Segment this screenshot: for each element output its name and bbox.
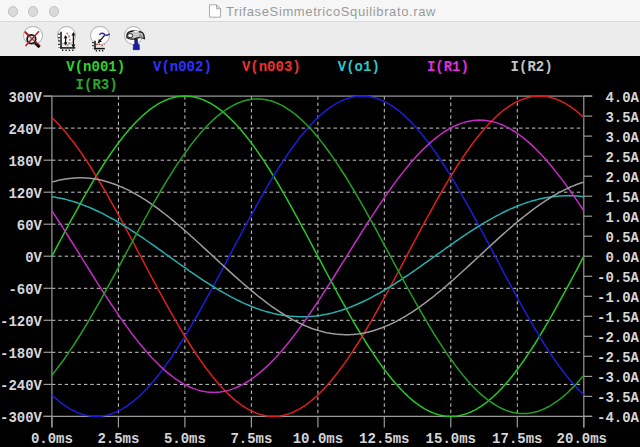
svg-text:-3.5A: -3.5A [597, 390, 640, 406]
svg-text:10.0ms: 10.0ms [293, 431, 343, 447]
svg-text:180V: 180V [8, 154, 42, 170]
svg-text:17.5ms: 17.5ms [492, 431, 542, 447]
svg-text:V(n001): V(n001) [66, 59, 125, 75]
svg-text:-3.0A: -3.0A [597, 370, 640, 386]
svg-text:-4.0A: -4.0A [597, 410, 640, 426]
svg-text:4.0A: 4.0A [605, 90, 639, 106]
svg-text:1.5A: 1.5A [605, 190, 639, 206]
svg-text:V(n003): V(n003) [242, 59, 301, 75]
svg-text:0.0A: 0.0A [605, 250, 639, 266]
svg-text:I(R1): I(R1) [427, 59, 469, 75]
svg-text:15.0ms: 15.0ms [426, 431, 476, 447]
svg-text:2.0A: 2.0A [605, 170, 639, 186]
svg-text:3.0A: 3.0A [605, 130, 639, 146]
svg-text:-2.0A: -2.0A [597, 330, 640, 346]
svg-text:2.5A: 2.5A [605, 150, 639, 166]
svg-text:12.5ms: 12.5ms [359, 431, 409, 447]
svg-text:I(R3): I(R3) [76, 77, 118, 93]
svg-text:2.5ms: 2.5ms [97, 431, 139, 447]
svg-text:240V: 240V [8, 122, 42, 138]
svg-text:7.5ms: 7.5ms [230, 431, 272, 447]
svg-text:1.0A: 1.0A [605, 210, 639, 226]
svg-text:-60V: -60V [8, 282, 42, 298]
svg-text:60V: 60V [17, 218, 43, 234]
svg-text:0.5A: 0.5A [605, 230, 639, 246]
svg-text:-1.5A: -1.5A [597, 310, 640, 326]
svg-text:-120V: -120V [0, 314, 43, 330]
svg-text:0V: 0V [25, 250, 42, 266]
svg-text:120V: 120V [8, 186, 42, 202]
svg-text:-2.5A: -2.5A [597, 350, 640, 366]
svg-text:-240V: -240V [0, 378, 43, 394]
svg-text:20.0ms: 20.0ms [557, 431, 607, 447]
svg-text:0.0ms: 0.0ms [31, 431, 73, 447]
svg-text:-180V: -180V [0, 346, 43, 362]
svg-text:I(R2): I(R2) [511, 59, 553, 75]
svg-text:3.5A: 3.5A [605, 110, 639, 126]
svg-text:-1.0A: -1.0A [597, 290, 640, 306]
svg-text:V(n002): V(n002) [153, 59, 212, 75]
svg-text:-0.5A: -0.5A [597, 270, 640, 286]
svg-text:V(o1): V(o1) [338, 59, 380, 75]
svg-text:5.0ms: 5.0ms [164, 431, 206, 447]
svg-text:300V: 300V [8, 90, 42, 106]
svg-text:-300V: -300V [0, 410, 43, 426]
